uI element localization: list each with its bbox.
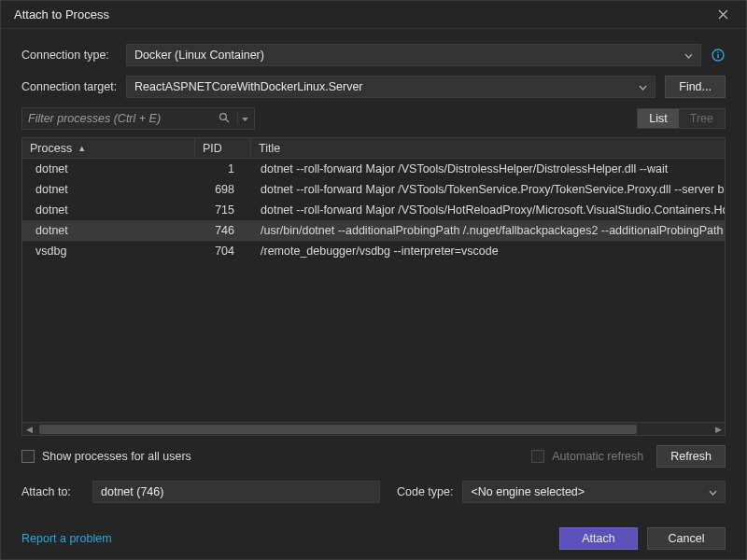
table-row[interactable]: dotnet746/usr/bin/dotnet --additionalPro… <box>22 220 725 241</box>
connection-type-value: Docker (Linux Container) <box>134 49 264 62</box>
attach-to-field[interactable]: dotnet (746) <box>92 481 380 503</box>
show-all-users-label: Show processes for all users <box>42 450 191 463</box>
attach-to-label: Attach to: <box>21 485 83 498</box>
chevron-down-icon <box>709 485 717 498</box>
connection-type-combo[interactable]: Docker (Linux Container) <box>126 44 701 66</box>
checkbox-icon <box>21 450 35 463</box>
connection-target-value: ReactASPNETCoreWithDockerLinux.Server <box>134 80 363 93</box>
cell-process: dotnet <box>22 203 195 217</box>
show-all-users-checkbox[interactable]: Show processes for all users <box>21 450 191 463</box>
cell-title: dotnet --roll-forward Major /VSTools/Tok… <box>251 183 725 196</box>
cell-pid: 698 <box>195 183 251 196</box>
automatic-refresh-checkbox[interactable]: Automatic refresh <box>531 450 643 463</box>
grid-body: dotnet1dotnet --roll-forward Major /VSTo… <box>22 159 725 422</box>
options-row: Show processes for all users Automatic r… <box>21 445 726 468</box>
refresh-button[interactable]: Refresh <box>656 445 726 468</box>
sort-asc-icon: ▲ <box>78 144 86 153</box>
table-row[interactable]: dotnet1dotnet --roll-forward Major /VSTo… <box>22 159 725 179</box>
cell-title: dotnet --roll-forward Major /VSTools/Hot… <box>251 203 725 217</box>
connection-target-label: Connection target: <box>21 80 126 93</box>
cell-pid: 704 <box>195 245 251 258</box>
connection-type-row: Connection type: Docker (Linux Container… <box>21 44 726 66</box>
chevron-down-icon <box>684 49 693 62</box>
find-button[interactable]: Find... <box>665 76 726 98</box>
scroll-right-icon[interactable]: ▶ <box>712 423 725 436</box>
info-icon[interactable] <box>711 48 726 63</box>
view-list-button[interactable]: List <box>638 109 678 128</box>
automatic-refresh-label: Automatic refresh <box>552 450 643 463</box>
filter-input[interactable]: Filter processes (Ctrl + E) <box>21 107 255 130</box>
attach-to-value: dotnet (746) <box>101 485 163 498</box>
cell-process: dotnet <box>22 224 195 237</box>
dialog-title: Attach to Process <box>14 7 709 21</box>
code-type-value: <No engine selected> <box>471 485 585 498</box>
attach-to-process-dialog: Attach to Process Connection type: Docke… <box>0 0 747 560</box>
cancel-button[interactable]: Cancel <box>647 527 726 550</box>
view-toggle: List Tree <box>637 108 726 129</box>
connection-target-row: Connection target: ReactASPNETCoreWithDo… <box>21 76 726 98</box>
cell-pid: 715 <box>195 203 251 217</box>
cell-title: /remote_debugger/vsdbg --interpreter=vsc… <box>251 245 725 258</box>
process-grid: Process ▲ PID Title dotnet1dotnet --roll… <box>21 137 726 436</box>
attach-button[interactable]: Attach <box>559 527 638 550</box>
checkbox-icon <box>531 450 544 463</box>
cell-process: dotnet <box>22 183 195 196</box>
connection-type-label: Connection type: <box>21 49 126 62</box>
svg-rect-1 <box>717 54 718 58</box>
cell-process: dotnet <box>22 162 195 175</box>
horizontal-scrollbar[interactable]: ◀ ▶ <box>22 422 725 435</box>
filter-row: Filter processes (Ctrl + E) List Tree <box>21 107 726 130</box>
close-icon <box>718 9 728 20</box>
scrollbar-thumb[interactable] <box>39 425 637 434</box>
close-button[interactable] <box>709 1 737 29</box>
cell-title: dotnet --roll-forward Major /VSTools/Dis… <box>251 162 725 175</box>
table-row[interactable]: vsdbg704/remote_debugger/vsdbg --interpr… <box>22 241 725 261</box>
report-problem-link[interactable]: Report a problem <box>21 532 112 545</box>
table-row[interactable]: dotnet698dotnet --roll-forward Major /VS… <box>22 179 725 200</box>
cell-process: vsdbg <box>22 245 195 258</box>
footer: Report a problem Attach Cancel <box>21 511 726 550</box>
grid-header: Process ▲ PID Title <box>22 138 725 159</box>
code-type-label: Code type: <box>397 485 453 498</box>
filter-dropdown-icon[interactable] <box>237 112 248 125</box>
svg-line-4 <box>226 119 229 121</box>
chevron-down-icon <box>639 80 647 93</box>
cell-pid: 746 <box>195 224 251 237</box>
svg-point-3 <box>220 113 227 119</box>
attach-to-row: Attach to: dotnet (746) Code type: <No e… <box>21 481 726 503</box>
cell-title: /usr/bin/dotnet --additionalProbingPath … <box>251 224 725 237</box>
table-row[interactable]: dotnet715dotnet --roll-forward Major /VS… <box>22 200 725 220</box>
connection-target-combo[interactable]: ReactASPNETCoreWithDockerLinux.Server <box>126 76 655 98</box>
titlebar: Attach to Process <box>1 1 746 29</box>
column-header-process[interactable]: Process ▲ <box>22 138 195 158</box>
code-type-combo[interactable]: <No engine selected> <box>462 481 726 503</box>
column-header-title[interactable]: Title <box>251 138 725 158</box>
scroll-left-icon[interactable]: ◀ <box>22 423 35 436</box>
cell-pid: 1 <box>195 162 251 175</box>
svg-rect-2 <box>717 51 718 52</box>
view-tree-button[interactable]: Tree <box>679 109 725 128</box>
filter-placeholder: Filter processes (Ctrl + E) <box>28 112 215 125</box>
column-header-pid[interactable]: PID <box>195 138 251 158</box>
search-icon[interactable] <box>215 112 233 126</box>
